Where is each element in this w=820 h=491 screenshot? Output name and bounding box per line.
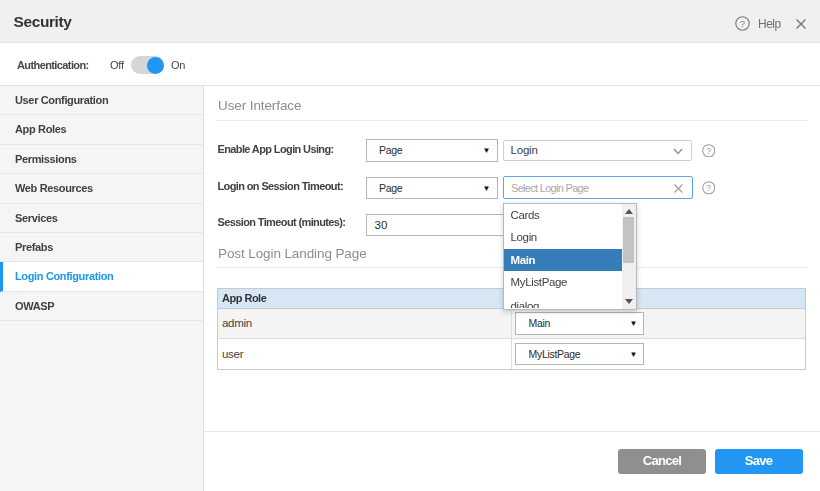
svg-text:?: ? — [706, 183, 711, 193]
svg-text:?: ? — [706, 145, 711, 155]
svg-text:?: ? — [740, 18, 745, 29]
